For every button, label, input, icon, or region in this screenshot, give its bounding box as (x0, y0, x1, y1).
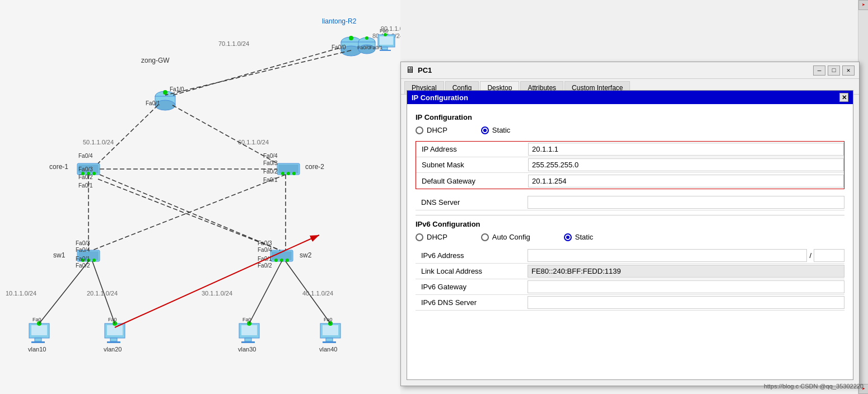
svg-point-4 (349, 36, 353, 40)
label-core1: core-1 (49, 163, 68, 171)
svg-rect-41 (35, 338, 41, 341)
label-core2: core-2 (305, 163, 324, 171)
ipv6-dhcp-radio[interactable] (416, 233, 423, 241)
pc-icon: 🖥 (405, 65, 414, 76)
ipv6-prefix-input[interactable] (814, 249, 844, 262)
ip-config-window: IP Configuration ✕ IP Configuration DHCP… (407, 90, 853, 380)
ipv4-section-title: IP Configuration (416, 113, 844, 121)
svg-rect-52 (241, 341, 255, 343)
static-radio-item[interactable]: Static (481, 126, 511, 134)
port-fa00-r2: Fa0/0 (357, 45, 370, 50)
label-sw1: sw1 (53, 251, 66, 259)
dhcp-radio[interactable] (416, 126, 423, 134)
svg-point-20 (292, 172, 296, 175)
ipv6-address-label: IPv6 Address (416, 249, 528, 262)
label-60net: 60.1.1.0/24 (238, 139, 269, 146)
ip-config-title: IP Configuration (412, 93, 468, 102)
svg-rect-57 (323, 341, 336, 343)
svg-point-15 (92, 172, 96, 175)
static-radio[interactable] (481, 126, 489, 134)
label-sw2: sw2 (300, 251, 312, 259)
network-topology: liantong-R2 70.1.1.0/24 80.1.1.0/24 Fa0/… (0, 0, 400, 394)
label-liantong-r2-left: liantong-R2 (322, 17, 357, 25)
dhcp-radio-item[interactable]: DHCP (416, 126, 447, 134)
svg-rect-55 (323, 325, 338, 335)
maximize-button[interactable]: □ (828, 65, 840, 76)
label-vlan40: vlan40 (319, 346, 337, 353)
ipv6-dns-input[interactable] (528, 296, 844, 309)
svg-rect-61 (382, 47, 388, 50)
svg-rect-42 (31, 341, 45, 343)
ipv6-radio-row: DHCP Auto Config Static (416, 233, 844, 241)
svg-rect-50 (241, 325, 257, 335)
svg-rect-56 (326, 338, 333, 341)
window-controls: — □ ✕ (813, 65, 855, 76)
svg-point-31 (274, 259, 278, 262)
label-90net: 90.1.1.0/24 (381, 25, 400, 32)
port-fa04-c1: Fa0/4 (78, 153, 93, 159)
label-70net: 70.1.1.0/24 (218, 40, 249, 47)
svg-rect-51 (245, 338, 251, 341)
ipv6-address-input[interactable] (528, 249, 807, 262)
default-gateway-input[interactable] (528, 175, 844, 187)
ipv6-auto-item[interactable]: Auto Config (481, 233, 530, 241)
ip-config-body: IP Configuration DHCP Static IP Address (407, 104, 853, 316)
svg-point-18 (281, 172, 284, 175)
section-divider (416, 215, 844, 215)
port-fa02-c1: Fa0/2 (78, 174, 93, 180)
svg-point-19 (287, 172, 290, 175)
svg-rect-60 (380, 36, 393, 45)
ipv6-auto-label: Auto Config (492, 233, 530, 241)
ipv6-gateway-row: IPv6 Gateway (416, 279, 844, 295)
subnet-mask-row: Subnet Mask (416, 157, 844, 173)
port-fa10: Fa1/0 (170, 86, 184, 92)
port-fa03-c1: Fa0/3 (78, 166, 93, 172)
port-fa02-sw1: Fa0/2 (76, 262, 90, 269)
svg-point-8 (163, 90, 167, 95)
ip-address-input[interactable] (528, 143, 844, 156)
ipv6-static-label: Static (575, 233, 594, 241)
label-10net: 10.1.1.0/24 (6, 290, 36, 297)
ipv6-auto-radio[interactable] (481, 233, 489, 241)
scroll-up-arrow[interactable]: ➤ (858, 0, 868, 10)
ipv6-static-item[interactable]: Static (564, 233, 594, 241)
label-20net: 20.1.1.0/24 (87, 290, 118, 297)
ipv6-gateway-input[interactable] (528, 280, 844, 293)
ipv6-gateway-label: IPv6 Gateway (416, 280, 528, 293)
ip-config-close-button[interactable]: ✕ (839, 93, 848, 102)
link-local-label: Link Local Address (416, 265, 528, 278)
ipv6-dhcp-item[interactable]: DHCP (416, 233, 447, 241)
dns-label: DNS Server (416, 196, 528, 209)
watermark: https://blog.c CSDN @qq_35302220 (764, 383, 864, 390)
minimize-button[interactable]: — (813, 65, 825, 76)
ipv6-dhcp-label: DHCP (427, 233, 447, 241)
port-fa04-c2: Fa0/4 (263, 153, 278, 159)
ip-address-row: IP Address (416, 142, 844, 157)
pc1-titlebar: 🖥 PC1 — □ ✕ (401, 62, 859, 79)
pc1-dialog[interactable]: 🖥 PC1 — □ ✕ Physical Config Desktop Attr… (400, 62, 860, 386)
pc1-title: PC1 (418, 66, 432, 74)
static-label: Static (492, 126, 511, 134)
port-fa04-sw2: Fa0/4 (258, 247, 272, 253)
ipv6-static-radio[interactable] (564, 233, 572, 241)
ipv6-slash: / (807, 251, 814, 260)
link-local-input[interactable] (528, 265, 844, 278)
ip-config-titlebar: IP Configuration ✕ (407, 91, 853, 104)
dns-input[interactable] (528, 196, 844, 209)
close-button[interactable]: ✕ (842, 65, 855, 76)
ipv6-dns-row: IPv6 DNS Server (416, 295, 844, 311)
svg-point-28 (92, 259, 96, 262)
ip-address-label: IP Address (416, 143, 528, 156)
subnet-mask-input[interactable] (528, 158, 844, 171)
svg-rect-45 (107, 325, 123, 335)
port-fa01-sw1: Fa0/1 (76, 256, 90, 262)
label-vlan20: vlan20 (104, 346, 122, 353)
subnet-mask-label: Subnet Mask (416, 158, 528, 171)
port-fa03-sw1: Fa0/3 (76, 240, 90, 246)
ipv4-radio-row: DHCP Static (416, 126, 844, 134)
link-local-row: Link Local Address (416, 264, 844, 279)
ipv6-address-row: IPv6 Address / (416, 248, 844, 264)
default-gateway-row: Default Gateway (416, 173, 844, 189)
port-fa01-r2: Fa0/1 (370, 45, 382, 50)
ipv6-section-title: IPv6 Configuration (416, 220, 844, 228)
